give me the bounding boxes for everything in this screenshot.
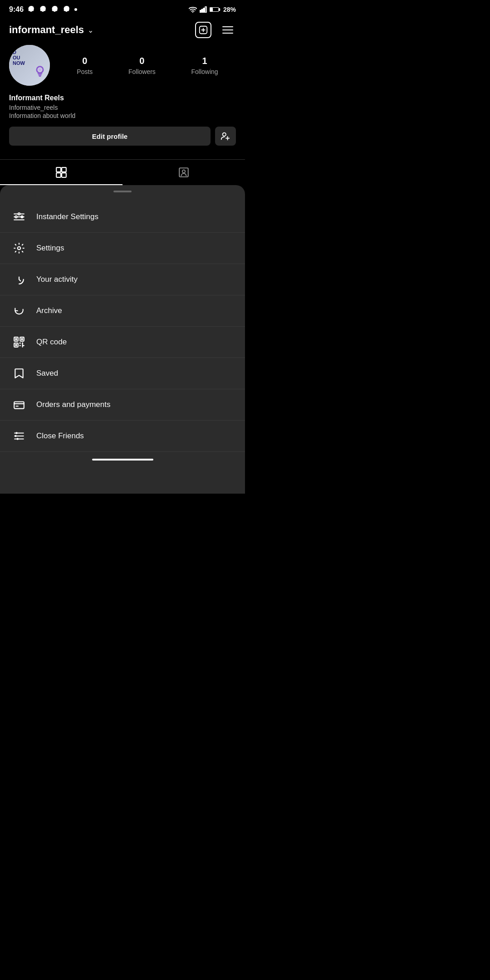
profile-section: ​DOUNOW 0 Posts 0 Followers	[0, 45, 245, 155]
qr-code-label: QR code	[36, 338, 67, 347]
dropdown-arrow-icon[interactable]: ⌄	[88, 26, 93, 34]
menu-item-close-friends[interactable]: Close Friends	[0, 421, 245, 452]
instander-settings-icon	[13, 211, 25, 223]
home-indicator	[92, 459, 153, 461]
status-left: 9:46	[9, 5, 77, 14]
tab-grid[interactable]	[0, 160, 122, 185]
profile-stats: 0 Posts 0 Followers 1 Following	[59, 56, 236, 75]
orders-payments-label: Orders and payments	[36, 400, 110, 409]
qr-code-icon	[13, 336, 25, 348]
svg-rect-19	[62, 173, 66, 177]
new-post-button[interactable]	[195, 22, 211, 38]
nav-icons	[195, 22, 236, 38]
svg-rect-18	[56, 173, 61, 177]
profile-handle: Informative_reels	[9, 104, 236, 111]
bottom-sheet: Instander Settings Settings Your activit…	[0, 185, 245, 494]
avatar-image: ​DOUNOW	[9, 45, 50, 86]
profile-top: ​DOUNOW 0 Posts 0 Followers	[9, 45, 236, 86]
svg-rect-4	[205, 7, 206, 13]
menu-item-instander-settings[interactable]: Instander Settings	[0, 201, 245, 233]
plus-icon	[198, 25, 208, 35]
svg-rect-20	[179, 168, 188, 177]
notification-dot	[74, 8, 77, 11]
menu-item-qr-code[interactable]: QR code	[0, 327, 245, 358]
archive-label: Archive	[36, 306, 62, 315]
menu-item-archive[interactable]: Archive	[0, 295, 245, 327]
hamburger-icon	[222, 26, 233, 34]
menu-item-your-activity[interactable]: Your activity	[0, 264, 245, 295]
avatar-bulb-icon	[32, 64, 48, 82]
wifi-icon	[189, 6, 197, 13]
snapchat-icon-4	[63, 5, 71, 14]
lightbulb-icon	[32, 64, 48, 79]
add-friend-button[interactable]	[215, 127, 236, 146]
instander-settings-label: Instander Settings	[36, 212, 98, 221]
saved-icon	[13, 367, 25, 380]
signal-icon	[200, 6, 207, 13]
svg-rect-16	[56, 167, 61, 172]
svg-rect-37	[15, 344, 17, 346]
your-activity-label: Your activity	[36, 275, 78, 284]
tagged-icon	[178, 167, 190, 178]
profile-display-name: Informant Reels	[9, 94, 236, 102]
sheet-handle	[113, 191, 132, 192]
add-person-icon	[220, 131, 230, 141]
svg-point-50	[15, 435, 16, 437]
svg-rect-35	[15, 338, 17, 340]
username-area[interactable]: informant_reels ⌄	[9, 24, 93, 36]
svg-rect-36	[21, 338, 23, 340]
tab-bar	[0, 159, 245, 185]
top-nav: informant_reels ⌄	[0, 17, 245, 45]
your-activity-icon	[13, 273, 25, 286]
svg-point-0	[192, 12, 193, 13]
svg-point-51	[17, 438, 19, 440]
svg-point-49	[15, 432, 17, 434]
svg-rect-6	[219, 9, 220, 11]
action-buttons: Edit profile	[9, 127, 236, 146]
menu-button[interactable]	[220, 22, 236, 38]
followers-stat[interactable]: 0 Followers	[128, 56, 156, 75]
settings-icon	[13, 242, 25, 255]
svg-point-13	[223, 133, 226, 136]
menu-item-settings[interactable]: Settings	[0, 233, 245, 264]
posts-stat[interactable]: 0 Posts	[77, 56, 93, 75]
status-bar: 9:46 28%	[0, 0, 245, 17]
svg-point-12	[39, 69, 41, 71]
settings-label: Settings	[36, 244, 64, 253]
avatar-text: ​DOUNOW	[13, 49, 25, 66]
profile-bio: Information about world	[9, 112, 236, 119]
edit-profile-button[interactable]: Edit profile	[9, 127, 211, 146]
posts-label: Posts	[77, 68, 93, 75]
archive-icon	[13, 304, 25, 317]
battery-icon	[210, 6, 220, 13]
username-text: informant_reels	[9, 24, 84, 36]
snapchat-icon-3	[51, 5, 59, 14]
svg-rect-43	[14, 402, 24, 409]
tab-tagged[interactable]	[122, 160, 245, 185]
snapchat-icon-2	[39, 5, 47, 14]
posts-count: 0	[82, 56, 87, 66]
orders-payments-icon	[13, 398, 25, 411]
svg-rect-2	[201, 9, 203, 12]
saved-label: Saved	[36, 369, 58, 378]
svg-rect-7	[210, 8, 212, 11]
svg-point-30	[18, 247, 21, 250]
status-right: 28%	[189, 6, 236, 13]
close-friends-icon	[13, 430, 25, 442]
svg-rect-17	[62, 167, 66, 172]
avatar[interactable]: ​DOUNOW	[9, 45, 50, 86]
svg-rect-1	[200, 10, 201, 13]
following-stat[interactable]: 1 Following	[191, 56, 218, 75]
grid-icon	[55, 167, 67, 178]
menu-item-orders-payments[interactable]: Orders and payments	[0, 389, 245, 421]
close-friends-label: Close Friends	[36, 431, 84, 441]
following-label: Following	[191, 68, 218, 75]
time-display: 9:46	[9, 5, 24, 14]
followers-count: 0	[139, 56, 144, 66]
svg-rect-3	[203, 8, 205, 13]
followers-label: Followers	[128, 68, 156, 75]
following-count: 1	[202, 56, 207, 66]
svg-point-21	[182, 170, 186, 173]
menu-item-saved[interactable]: Saved	[0, 358, 245, 389]
battery-percentage: 28%	[223, 6, 236, 13]
